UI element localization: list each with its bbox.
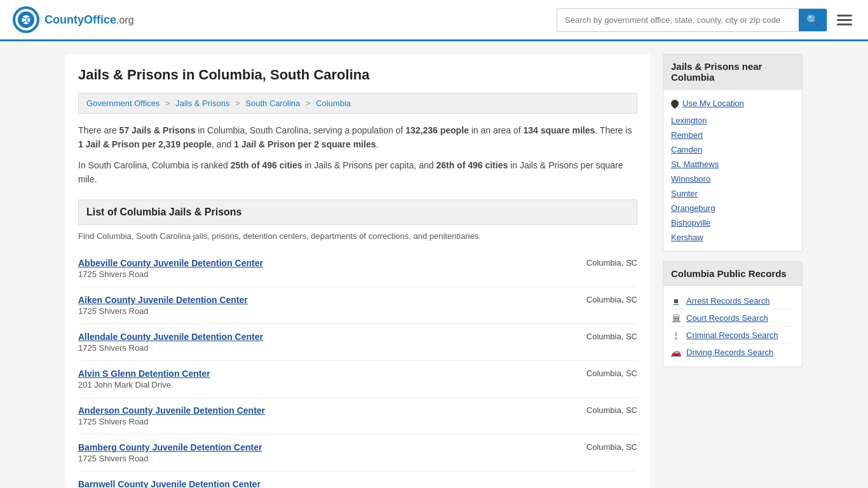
listing-address: 1725 Shivers Road: [78, 343, 263, 353]
nearby-city-link[interactable]: St. Matthews: [671, 157, 794, 172]
listing-address: 1725 Shivers Road: [78, 306, 248, 316]
count-bold: 57 Jails & Prisons: [119, 125, 196, 135]
logo-icon: CO: [13, 6, 39, 33]
search-box: 🔍: [557, 8, 827, 32]
area-bold: 134 square miles: [523, 125, 595, 135]
nearby-city-link[interactable]: Bishopville: [671, 215, 794, 230]
record-label: Criminal Records Search: [686, 330, 778, 340]
breadcrumb-sep-3: >: [306, 98, 311, 108]
public-record-link[interactable]: ■Arrest Records Search: [671, 292, 794, 309]
record-icon: 🚗: [671, 347, 681, 357]
list-item: Allendale County Juvenile Detention Cent…: [78, 324, 637, 361]
logo-text: CountyOffice.org: [44, 13, 134, 27]
logo-area: CO CountyOffice.org: [13, 6, 134, 33]
record-label: Driving Records Search: [686, 348, 773, 357]
record-label: Arrest Records Search: [686, 296, 770, 306]
record-icon: ■: [671, 295, 681, 306]
main-container: Jails & Prisons in Columbia, South Carol…: [53, 41, 815, 488]
use-location-link[interactable]: Use My Location: [671, 96, 794, 111]
breadcrumb-sep-1: >: [165, 98, 170, 108]
rank-sqmile-bold: 26th of 496 cities: [436, 160, 508, 170]
menu-line-1: [837, 15, 852, 17]
desc-text-3: in an area of: [469, 125, 524, 135]
listing-city: Columbia, SC: [574, 369, 637, 378]
listings-container: Abbeville County Juvenile Detention Cent…: [78, 250, 637, 488]
listing-city: Columbia, SC: [574, 332, 637, 341]
description-paragraph-1: There are 57 Jails & Prisons in Columbia…: [78, 123, 637, 152]
rank-text-1: In South Carolina, Columbia is ranked: [78, 160, 231, 170]
desc-text-6: .: [376, 139, 378, 149]
use-location-label: Use My Location: [682, 98, 744, 108]
listing-city: Columbia, SC: [574, 295, 637, 304]
public-record-link[interactable]: 🏛Court Records Search: [671, 309, 794, 327]
population-bold: 132,236 people: [405, 125, 469, 135]
listing-address: 1725 Shivers Road: [78, 417, 265, 426]
listing-name[interactable]: Aiken County Juvenile Detention Center: [78, 295, 248, 305]
breadcrumb-gov-offices[interactable]: Government Offices: [86, 98, 159, 108]
breadcrumb-jails[interactable]: Jails & Prisons: [175, 98, 229, 108]
nearby-city-link[interactable]: Orangeburg: [671, 201, 794, 215]
public-records-content: ■Arrest Records Search🏛Court Records Sea…: [663, 286, 802, 367]
listing-name[interactable]: Anderson County Juvenile Detention Cente…: [78, 405, 265, 416]
listing-city: Columbia, SC: [574, 405, 637, 415]
site-header: CO CountyOffice.org 🔍: [0, 0, 868, 41]
list-item: Bamberg County Juvenile Detention Center…: [78, 435, 637, 471]
list-section-desc: Find Columbia, South Carolina jails, pri…: [78, 231, 637, 241]
breadcrumb-city[interactable]: Columbia: [316, 98, 351, 108]
nearby-city-link[interactable]: Rembert: [671, 128, 794, 142]
content-area: Jails & Prisons in Columbia, South Carol…: [65, 54, 650, 488]
breadcrumb-sep-2: >: [235, 98, 240, 108]
record-icon: 🏛: [671, 313, 681, 323]
list-item: Aiken County Juvenile Detention Center 1…: [78, 287, 637, 324]
list-section-heading: List of Columbia Jails & Prisons: [78, 200, 637, 225]
nearby-city-link[interactable]: Lexington: [671, 113, 794, 128]
rank-capita-bold: 25th of 496 cities: [231, 160, 302, 170]
listing-address: 1725 Shivers Road: [78, 269, 263, 279]
listing-name[interactable]: Bamberg County Juvenile Detention Center: [78, 442, 262, 452]
list-item: Abbeville County Juvenile Detention Cent…: [78, 250, 637, 287]
nearby-city-link[interactable]: Winnsboro: [671, 172, 794, 186]
listing-address: 1725 Shivers Road: [78, 454, 262, 463]
breadcrumb-state[interactable]: South Carolina: [245, 98, 300, 108]
nearby-city-link[interactable]: Camden: [671, 142, 794, 157]
menu-button[interactable]: [834, 11, 855, 29]
listing-name[interactable]: Barnwell County Juvenile Detention Cente…: [78, 479, 261, 488]
public-records-title: Columbia Public Records: [663, 262, 802, 286]
desc-text-2: in Columbia, South Carolina, serving a p…: [195, 125, 405, 135]
desc-text-4: . There is: [595, 125, 632, 135]
public-record-link[interactable]: 🚗Driving Records Search: [671, 344, 794, 360]
search-input[interactable]: [557, 10, 799, 30]
location-dot-icon: [670, 98, 681, 109]
search-button[interactable]: 🔍: [799, 9, 827, 31]
nearby-content: Use My Location LexingtonRembertCamdenSt…: [663, 90, 802, 251]
record-icon: !: [671, 330, 681, 340]
header-right: 🔍: [557, 8, 855, 32]
listing-address: 201 John Mark Dial Drive: [78, 380, 210, 390]
menu-line-2: [837, 19, 852, 21]
breadcrumb: Government Offices > Jails & Prisons > S…: [78, 93, 637, 114]
nearby-city-link[interactable]: Kershaw: [671, 230, 794, 245]
sidebar: Jails & Prisons near Columbia Use My Loc…: [663, 54, 803, 488]
listing-city: Columbia, SC: [574, 442, 637, 452]
svg-text:CO: CO: [20, 16, 32, 25]
listing-name[interactable]: Allendale County Juvenile Detention Cent…: [78, 332, 263, 342]
per-capita-bold: 1 Jail & Prison per 2,319 people: [78, 139, 212, 149]
description-paragraph-2: In South Carolina, Columbia is ranked 25…: [78, 158, 637, 187]
page-title: Jails & Prisons in Columbia, South Carol…: [78, 67, 637, 83]
desc-text-5: , and: [212, 139, 234, 149]
public-records-box: Columbia Public Records ■Arrest Records …: [663, 261, 803, 367]
nearby-links-container: LexingtonRembertCamdenSt. MatthewsWinnsb…: [671, 113, 794, 245]
list-item: Barnwell County Juvenile Detention Cente…: [78, 471, 637, 488]
public-record-link[interactable]: !Criminal Records Search: [671, 327, 794, 344]
desc-text-1: There are: [78, 125, 119, 135]
record-label: Court Records Search: [686, 313, 768, 323]
nearby-city-link[interactable]: Sumter: [671, 186, 794, 201]
rank-text-2: in Jails & Prisons per capita, and: [302, 160, 437, 170]
listing-name[interactable]: Alvin S Glenn Detention Center: [78, 369, 210, 379]
menu-line-3: [837, 24, 852, 25]
list-item: Anderson County Juvenile Detention Cente…: [78, 398, 637, 435]
nearby-title: Jails & Prisons near Columbia: [663, 55, 802, 90]
listing-city: Columbia, SC: [574, 258, 637, 268]
listing-name[interactable]: Abbeville County Juvenile Detention Cent…: [78, 258, 263, 268]
list-item: Alvin S Glenn Detention Center 201 John …: [78, 361, 637, 398]
